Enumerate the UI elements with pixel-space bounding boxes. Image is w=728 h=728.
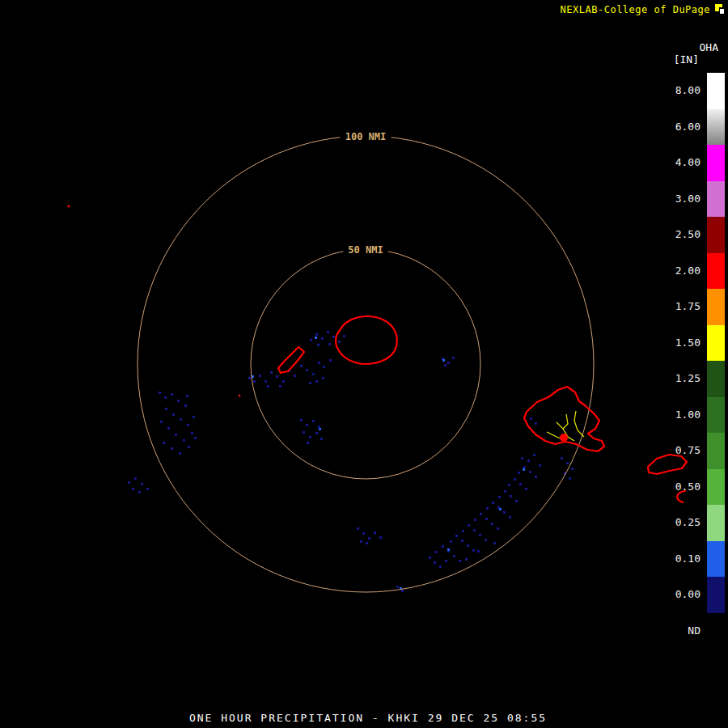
precip-echo (343, 335, 345, 337)
precip-echo (193, 416, 195, 418)
precip-echo (491, 523, 493, 525)
precip-echo (141, 483, 143, 485)
precip-echo (561, 457, 563, 459)
precip-echo (177, 400, 180, 402)
precip-echo (447, 362, 450, 364)
radar-site-cell (560, 434, 568, 442)
precip-echo (307, 442, 309, 444)
precip-echo (132, 488, 134, 490)
precip-echo (172, 413, 175, 416)
brand-text: NEXLAB-College of DuPage (561, 4, 710, 15)
precip-echo (519, 483, 522, 485)
precip-echo (485, 539, 487, 541)
precip-echo (315, 432, 318, 434)
precip-echo (401, 590, 404, 592)
precip-echo (485, 518, 488, 520)
precip-echo (523, 468, 525, 471)
precip-echo (486, 507, 489, 510)
island-outline-lanai-fragment (677, 491, 685, 502)
precip-echo (518, 472, 520, 474)
precip-echo (529, 471, 531, 473)
precip-echo (171, 393, 173, 396)
legend-units-label: [IN] (674, 53, 699, 66)
precip-echo (493, 542, 496, 544)
precip-echo (306, 369, 308, 371)
precip-echo (332, 336, 335, 338)
precip-echo (184, 404, 187, 407)
precip-echo (465, 558, 468, 561)
precip-echo (439, 565, 442, 568)
precip-echo (327, 331, 329, 333)
precip-echo (191, 432, 193, 434)
precip-echo (146, 488, 149, 490)
precip-echo (508, 484, 510, 486)
precip-echo (300, 365, 303, 367)
precip-echo (442, 359, 445, 362)
precip-echo (467, 544, 469, 547)
precip-echo (163, 442, 165, 444)
road-line (563, 414, 568, 429)
road-line (574, 411, 584, 437)
precip-echo (368, 537, 370, 540)
precip-echo (267, 385, 269, 387)
red-speck (239, 395, 241, 397)
precip-echo (179, 452, 181, 455)
precip-echo (319, 428, 321, 430)
precip-echo (571, 468, 574, 470)
precip-echo (183, 439, 185, 442)
precip-echo (320, 438, 323, 440)
precip-echo (474, 518, 476, 521)
precip-echo (186, 395, 188, 397)
precip-echo (318, 425, 320, 428)
precip-echo (444, 364, 447, 366)
product-caption: ONE HOUR PRECIPITATION - KHKI 29 DEC 25 … (189, 712, 547, 724)
precip-echo (248, 377, 251, 379)
precip-echo (294, 375, 296, 377)
precip-echo (566, 462, 569, 464)
precip-echo (535, 476, 537, 478)
precip-echo (138, 491, 141, 493)
range-ring-label: 50 NMI (348, 244, 383, 256)
precip-echo (321, 337, 324, 340)
precip-echo (318, 362, 320, 364)
precip-echo (253, 380, 256, 383)
precip-echo (445, 560, 447, 562)
precip-echo (499, 508, 502, 510)
precip-echo (366, 542, 368, 544)
cod-logo-icon (713, 3, 725, 15)
precip-echo (315, 336, 317, 339)
precip-echo (527, 459, 530, 462)
precip-echo (530, 417, 532, 420)
precip-echo (362, 532, 365, 535)
precip-echo (477, 550, 480, 552)
precip-echo (329, 359, 332, 362)
precip-echo (171, 447, 173, 450)
precip-echo (453, 555, 455, 557)
precip-echo (303, 431, 305, 434)
precip-echo (322, 377, 324, 379)
precip-echo (306, 424, 308, 426)
precip-echo (452, 357, 455, 359)
precip-echo (450, 540, 452, 543)
precip-echo (309, 436, 311, 438)
precip-echo (134, 477, 137, 480)
precip-echo (167, 427, 170, 430)
precip-echo (374, 531, 376, 534)
precip-echo (523, 466, 526, 468)
precip-echo (515, 500, 518, 502)
precip-echo (459, 560, 461, 562)
precip-echo (165, 408, 167, 410)
precip-echo (447, 548, 450, 551)
island-outline-oahu (524, 387, 604, 451)
precip-echo (312, 373, 315, 375)
precip-echo (435, 551, 438, 553)
precip-echo (360, 540, 362, 543)
precip-echo (338, 341, 341, 343)
island-outline-kauai (336, 316, 397, 364)
precip-echo (479, 534, 481, 536)
precip-echo (514, 478, 516, 480)
precip-echo (473, 529, 476, 531)
precip-echo (315, 333, 318, 336)
precip-echo (472, 549, 475, 552)
precip-echo (357, 527, 359, 530)
